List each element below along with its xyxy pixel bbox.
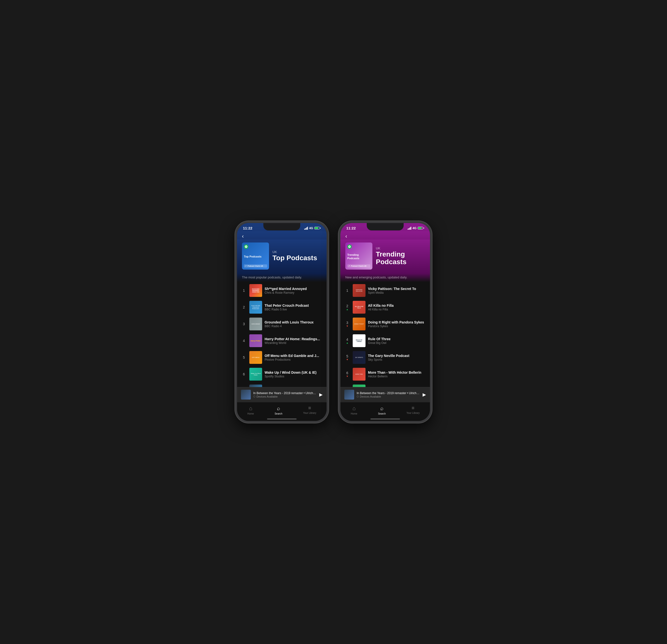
description-right: New and emerging podcasts, updated daily…	[340, 274, 430, 282]
nav-home-right[interactable]: ⌂ Home	[346, 404, 362, 416]
trend-up-icon: ▲	[346, 341, 348, 344]
nav-search-label-right: Search	[378, 412, 386, 415]
cover-art: RULE OF THREE	[353, 334, 365, 347]
back-button-left[interactable]: ‹	[242, 233, 249, 240]
list-item[interactable]: 3 ▼ DOING IT RIGHT Doing It Right with P…	[344, 316, 426, 332]
item-info: More Than - With Héctor Bellerín Héctor …	[368, 370, 426, 378]
mini-player-cover-right	[344, 390, 354, 400]
signal-icon-right	[408, 227, 411, 230]
list-item[interactable]: 4 Harry Potter Harry Potter At Home: Rea…	[241, 332, 323, 349]
back-button-right[interactable]: ‹	[345, 233, 353, 240]
list-item[interactable]: 6 ▼ MORE THAN More Than - With Héctor Be…	[344, 366, 426, 383]
nav-home-label-right: Home	[351, 412, 357, 415]
spotify-icon-left	[244, 244, 248, 249]
trend-up-icon: ▲	[346, 308, 348, 311]
nav-home-label-left: Home	[247, 412, 254, 415]
nav-search-label-left: Search	[275, 412, 282, 415]
status-bar-left: 11:22 4G	[237, 223, 327, 231]
list-item[interactable]: 2 ▲ ALL KILLA NO FILLA All Killa no Fill…	[344, 299, 426, 316]
nav-home-left[interactable]: ⌂ Home	[242, 404, 259, 416]
list-item[interactable]: 5 ▼ SKY SPORTS The Gary Neville Podcast …	[344, 349, 426, 366]
nav-search-left[interactable]: ⌕ Search	[270, 404, 288, 416]
hero-cover-title-left: Top Podcasts	[244, 255, 267, 258]
hero-region-left: UK	[273, 250, 317, 254]
hero-title-right: Trending Podcasts	[376, 251, 425, 266]
hero-cover-badge-left: ↗ Podcast Charts UK	[244, 264, 267, 268]
hero-info-left: UK Top Podcasts	[273, 242, 317, 270]
trend-down-icon: ▼	[346, 325, 348, 327]
network-type-left: 4G	[309, 226, 313, 230]
home-icon-left: ⌂	[249, 405, 252, 412]
trend-down-icon: ▼	[346, 375, 348, 377]
status-time-left: 11:22	[243, 226, 252, 230]
signal-icon-left	[304, 227, 308, 230]
mini-player-title-left: In Between the Years - 2019 remaster • U…	[253, 391, 317, 395]
list-item[interactable]: 3 GROUNDED Grounded with Louis Theroux B…	[241, 316, 323, 332]
nav-library-right[interactable]: ≡ Your Library	[402, 404, 425, 416]
mini-player-play-right[interactable]: ▶	[423, 392, 426, 397]
cover-art: GROUNDED	[249, 318, 262, 331]
description-left: The most popular podcasts, updated daily…	[237, 274, 327, 282]
mini-player-subtitle-right: ⬡ Devices Available	[357, 395, 420, 398]
phone-right: 11:22 4G	[338, 221, 432, 423]
nav-search-right[interactable]: ⌕ Search	[373, 404, 391, 416]
cover-art: THAT PETER CROUCH PODCAST	[249, 301, 262, 313]
status-icons-left: 4G	[304, 226, 321, 230]
bottom-nav-right: ⌂ Home ⌕ Search ≡ Your Library	[340, 402, 430, 421]
item-info: That Peter Crouch Podcast BBC Radio 5 li…	[264, 304, 323, 311]
hero-info-right: UK Trending Podcasts	[376, 242, 425, 270]
list-item[interactable]: 4 ▲ RULE OF THREE Rule Of Three Great Bi…	[344, 332, 426, 349]
item-info: Sh**ged Married Annoyed Chris & Rosie Ra…	[264, 287, 323, 294]
item-info: Wake Up / Wind Down (UK & IE) Spotify St…	[264, 370, 323, 378]
item-info: Harry Potter At Home: Readings... Wizard…	[264, 337, 323, 345]
podcast-list-left: 1 SHAGGED MARRIED ANNOYED Sh**ged Marrie…	[237, 282, 327, 387]
mini-player-right[interactable]: In Between the Years - 2019 remaster • U…	[340, 387, 430, 402]
list-item[interactable]: 1 SURVIVING ISOLATION Vicky Pattison: Th…	[344, 282, 426, 299]
podcast-list-right: 1 SURVIVING ISOLATION Vicky Pattison: Th…	[340, 282, 430, 387]
item-info: Vicky Pattison: The Secret To Spirit Med…	[368, 287, 426, 294]
search-icon-right: ⌕	[380, 405, 384, 412]
library-icon-left: ≡	[308, 405, 311, 411]
item-info: Rule Of Three Great Big Owl	[368, 337, 426, 345]
item-info: The Gary Neville Podcast Sky Sports	[368, 354, 426, 361]
list-item[interactable]: 1 SHAGGED MARRIED ANNOYED Sh**ged Marrie…	[241, 282, 323, 299]
battery-icon-left	[314, 227, 321, 229]
phones-container: 11:22 4G	[235, 221, 432, 423]
mini-player-left[interactable]: In Between the Years - 2019 remaster • U…	[237, 387, 327, 402]
battery-icon-right	[418, 227, 424, 229]
nav-library-label-right: Your Library	[406, 412, 420, 414]
nav-library-left[interactable]: ≡ Your Library	[298, 404, 321, 416]
mini-player-play-left[interactable]: ▶	[319, 392, 323, 397]
hero-cover-left: Top Podcasts ↗ Podcast Charts UK	[242, 242, 269, 270]
hero-cover-right: Trending Podcasts ↗ Podcast Charts UK	[345, 242, 372, 270]
cover-art: Wake Up Wind Down	[249, 368, 262, 381]
header-right: ‹	[340, 231, 430, 240]
list-item[interactable]: 2 THAT PETER CROUCH PODCAST That Peter C…	[241, 299, 323, 316]
hero-section-left: Top Podcasts ↗ Podcast Charts UK UK Top …	[237, 240, 327, 274]
cover-art: SURVIVING ISOLATION	[353, 284, 365, 297]
library-icon-right: ≡	[411, 405, 414, 411]
hero-cover-badge-right: ↗ Podcast Charts UK	[347, 264, 370, 268]
list-item[interactable]: 7 GURU Guru: The Dark Side of Enlighten.…	[344, 383, 426, 387]
list-item[interactable]: 6 Wake Up Wind Down Wake Up / Wind Down …	[241, 366, 323, 383]
cover-art: OFF MENU	[249, 351, 262, 364]
status-bar-right: 11:22 4G	[340, 223, 430, 231]
cover-art: Harry Potter	[249, 334, 262, 347]
list-item[interactable]: 5 OFF MENU Off Menu with Ed Gamble and J…	[241, 349, 323, 366]
cover-art: ALL KILLA NO FILLA	[353, 301, 365, 313]
search-icon-left: ⌕	[277, 405, 280, 412]
home-icon-right: ⌂	[353, 405, 356, 412]
item-info: Off Menu with Ed Gamble and J... Plosive…	[264, 354, 323, 361]
list-item[interactable]: 7 Happy Place Happy Place	[241, 383, 323, 387]
nav-library-label-left: Your Library	[303, 412, 316, 414]
item-info: Grounded with Louis Theroux BBC Radio 4	[264, 320, 323, 328]
header-left: ‹	[237, 231, 327, 240]
bottom-nav-left: ⌂ Home ⌕ Search ≡ Your Library	[237, 402, 327, 421]
home-indicator-right	[370, 419, 400, 419]
hero-title-left: Top Podcasts	[273, 254, 317, 262]
mini-player-title-right: In Between the Years - 2019 remaster • U…	[357, 391, 420, 395]
cover-art: GURU	[353, 385, 365, 387]
spotify-icon-right	[347, 244, 352, 249]
cover-art: SHAGGED MARRIED ANNOYED	[249, 284, 262, 297]
hero-section-right: Trending Podcasts ↗ Podcast Charts UK UK…	[340, 240, 430, 274]
